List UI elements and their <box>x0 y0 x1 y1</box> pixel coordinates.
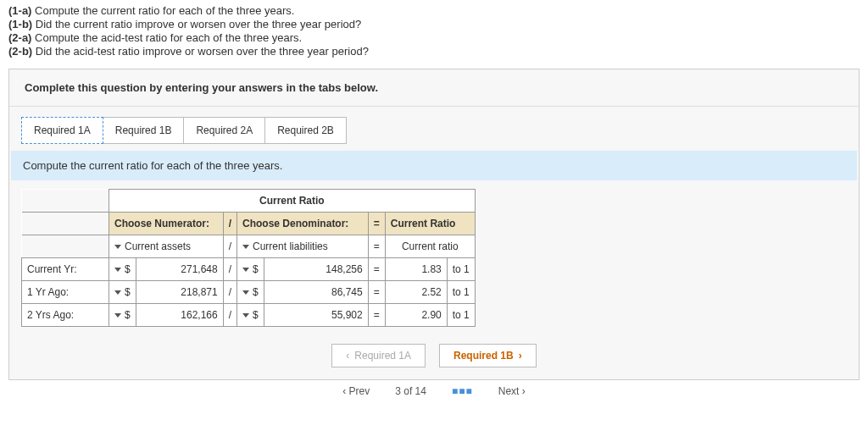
select-denominator[interactable]: Current liabilities <box>237 235 369 258</box>
prev-tab-button[interactable]: ‹Required 1A <box>331 344 426 367</box>
tab-instruction: Compute the current ratio for each of th… <box>11 151 857 180</box>
tabs: Required 1A Required 1B Required 2A Requ… <box>9 107 859 144</box>
chevron-down-icon <box>242 313 249 318</box>
prev-page-button[interactable]: ‹ Prev <box>342 385 370 397</box>
chevron-left-icon: ‹ <box>346 350 349 362</box>
menu-icon[interactable]: ■■■ <box>452 385 473 397</box>
chevron-down-icon <box>242 290 249 295</box>
chevron-down-icon <box>114 245 121 249</box>
table-row: 1 Yr Ago: $ 218,871 / $ 86,745 = 2.52 to… <box>22 281 476 304</box>
col-denominator: Choose Denominator: <box>237 213 369 235</box>
tab-required-2b[interactable]: Required 2B <box>265 117 347 144</box>
table-row: Current Yr: $ 271,648 / $ 148,256 = 1.83… <box>22 258 476 281</box>
col-numerator: Choose Numerator: <box>109 213 224 235</box>
table-title: Current Ratio <box>109 190 476 213</box>
chevron-down-icon <box>242 245 249 249</box>
chevron-down-icon <box>114 290 121 295</box>
chevron-down-icon <box>114 268 121 272</box>
select-numerator[interactable]: Current assets <box>109 235 224 258</box>
tab-required-2a[interactable]: Required 2A <box>184 117 265 144</box>
pager: ‹ Prev 3 of 14 ■■■ Next › <box>0 380 868 399</box>
chevron-down-icon <box>114 313 121 318</box>
next-page-button[interactable]: Next › <box>498 385 526 397</box>
panel-header: Complete this question by entering your … <box>9 69 859 107</box>
table-row: 2 Yrs Ago: $ 162,166 / $ 55,902 = 2.90 t… <box>22 304 476 327</box>
ratio-table: Current Ratio Choose Numerator: / Choose… <box>21 189 476 327</box>
question-list: (1-a) Compute the current ratio for each… <box>0 0 868 65</box>
tab-required-1b[interactable]: Required 1B <box>103 117 185 144</box>
page-position: 3 of 14 <box>395 385 426 397</box>
col-result: Current Ratio <box>385 213 475 235</box>
chevron-down-icon <box>242 268 249 272</box>
chevron-right-icon: › <box>519 350 522 362</box>
tab-required-1a[interactable]: Required 1A <box>21 117 103 144</box>
answer-panel: Complete this question by entering your … <box>8 69 860 380</box>
next-tab-button[interactable]: Required 1B› <box>439 344 537 367</box>
